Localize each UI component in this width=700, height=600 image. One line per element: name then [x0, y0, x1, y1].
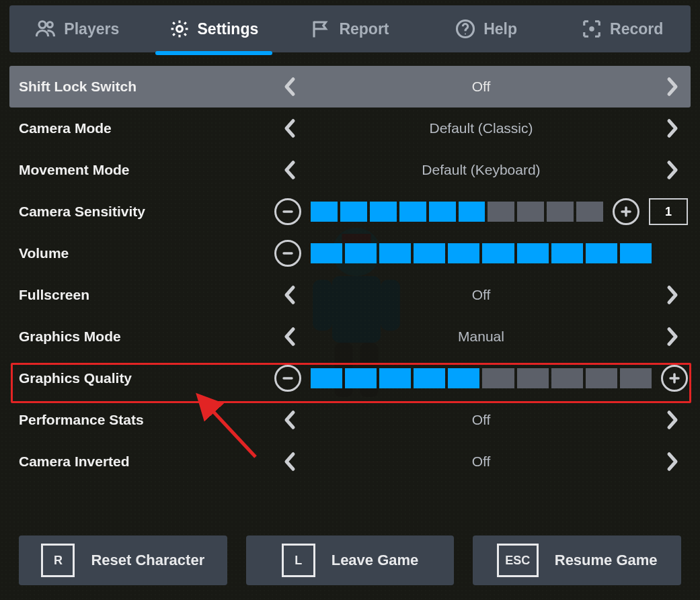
chevron-right-icon[interactable] — [657, 160, 688, 180]
tab-label: Report — [339, 20, 389, 38]
setting-value: Default (Classic) — [305, 120, 657, 136]
button-label: Leave Game — [332, 552, 419, 569]
tab-label: Help — [483, 20, 517, 38]
setting-label: Volume — [12, 245, 274, 261]
chevron-right-icon[interactable] — [657, 452, 688, 472]
tab-help[interactable]: Help — [418, 5, 555, 52]
setting-performance-stats[interactable]: Performance Stats Off — [9, 399, 691, 441]
chevron-left-icon[interactable] — [274, 77, 305, 97]
setting-camera-mode[interactable]: Camera Mode Default (Classic) — [9, 108, 691, 149]
bottom-buttons: R Reset Character L Leave Game ESC Resum… — [19, 535, 681, 585]
resume-game-button[interactable]: ESC Resume Game — [473, 535, 681, 585]
sensitivity-value-box[interactable]: 1 — [649, 198, 688, 225]
svg-point-8 — [48, 22, 53, 28]
setting-value: Default (Keyboard) — [305, 162, 657, 178]
tab-report[interactable]: Report — [282, 5, 418, 52]
svg-point-11 — [465, 34, 466, 35]
settings-icon — [169, 19, 190, 39]
setting-label: Camera Mode — [12, 120, 274, 136]
slider-bars[interactable] — [311, 202, 603, 222]
reset-character-button[interactable]: R Reset Character — [19, 535, 227, 585]
setting-value: Off — [305, 79, 657, 95]
minus-button[interactable] — [274, 198, 301, 225]
chevron-right-icon[interactable] — [657, 410, 688, 430]
tab-bar: Players Settings Report Help Record — [9, 5, 691, 52]
setting-label: Graphics Mode — [12, 329, 274, 345]
button-label: Resume Game — [555, 552, 658, 569]
key-label: R — [41, 544, 75, 577]
tab-label: Players — [64, 20, 119, 38]
chevron-left-icon[interactable] — [274, 160, 305, 180]
chevron-left-icon[interactable] — [274, 118, 305, 138]
setting-volume[interactable]: Volume — [9, 232, 691, 274]
key-label: ESC — [497, 544, 539, 577]
svg-point-12 — [589, 26, 594, 32]
slider-bars[interactable] — [311, 243, 652, 263]
key-label: L — [282, 544, 315, 577]
setting-fullscreen[interactable]: Fullscreen Off — [9, 274, 691, 316]
help-icon — [455, 19, 475, 39]
setting-label: Camera Sensitivity — [12, 204, 274, 220]
tab-players[interactable]: Players — [9, 5, 146, 52]
record-icon — [582, 19, 602, 39]
tab-label: Settings — [198, 20, 259, 38]
setting-movement-mode[interactable]: Movement Mode Default (Keyboard) — [9, 149, 691, 191]
setting-shift-lock[interactable]: Shift Lock Switch Off — [9, 66, 691, 108]
setting-label: Performance Stats — [12, 412, 274, 428]
settings-list: Shift Lock Switch Off Camera Mode Defaul… — [9, 66, 691, 482]
chevron-right-icon[interactable] — [657, 77, 688, 97]
minus-button[interactable] — [274, 365, 301, 392]
chevron-left-icon[interactable] — [274, 452, 305, 472]
svg-point-7 — [39, 22, 46, 28]
chevron-right-icon[interactable] — [657, 285, 688, 305]
chevron-right-icon[interactable] — [657, 327, 688, 347]
setting-label: Fullscreen — [12, 287, 274, 303]
tab-settings[interactable]: Settings — [146, 5, 282, 52]
setting-value: Off — [305, 454, 657, 470]
button-label: Reset Character — [91, 552, 204, 569]
setting-label: Graphics Quality — [12, 370, 274, 386]
setting-graphics-mode[interactable]: Graphics Mode Manual — [9, 316, 691, 357]
slider-bars[interactable] — [311, 368, 652, 388]
setting-label: Shift Lock Switch — [12, 79, 274, 95]
tab-label: Record — [610, 20, 663, 38]
chevron-left-icon[interactable] — [274, 285, 305, 305]
setting-value: Manual — [305, 329, 657, 345]
setting-label: Camera Inverted — [12, 454, 274, 470]
leave-game-button[interactable]: L Leave Game — [246, 535, 455, 585]
setting-graphics-quality[interactable]: Graphics Quality — [9, 357, 691, 399]
players-icon — [36, 19, 56, 39]
chevron-left-icon[interactable] — [274, 410, 305, 430]
plus-button[interactable] — [661, 365, 688, 392]
setting-camera-inverted[interactable]: Camera Inverted Off — [9, 441, 691, 482]
plus-button[interactable] — [613, 198, 639, 225]
chevron-left-icon[interactable] — [274, 327, 305, 347]
chevron-right-icon[interactable] — [657, 118, 688, 138]
tab-record[interactable]: Record — [554, 5, 691, 52]
setting-camera-sensitivity[interactable]: Camera Sensitivity 1 — [9, 191, 691, 232]
setting-value: Off — [305, 412, 657, 428]
setting-label: Movement Mode — [12, 162, 274, 178]
flag-icon — [311, 19, 331, 39]
setting-value: Off — [305, 287, 657, 303]
svg-point-9 — [176, 26, 182, 32]
minus-button[interactable] — [274, 240, 301, 267]
